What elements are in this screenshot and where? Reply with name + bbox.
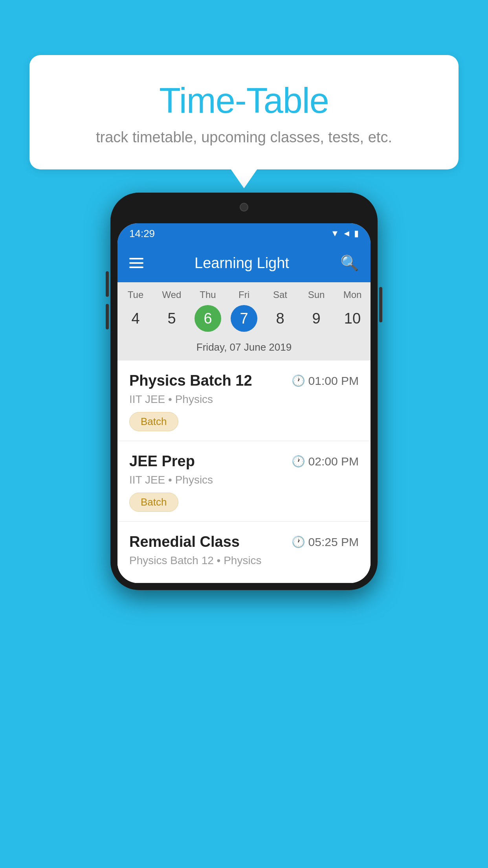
volume-buttons	[106, 271, 109, 329]
phone-camera	[240, 203, 248, 211]
schedule-item-3-subtitle: Physics Batch 12 • Physics	[129, 554, 359, 567]
schedule-item-3[interactable]: Remedial Class 🕐 05:25 PM Physics Batch …	[117, 522, 371, 583]
schedule-item-1-badge: Batch	[129, 412, 178, 431]
weekday-sun[interactable]: Sun 9	[299, 289, 334, 332]
weekday-tue[interactable]: Tue 4	[118, 289, 153, 332]
schedule-item-1-time: 🕐 01:00 PM	[292, 374, 359, 388]
selected-date-label: Friday, 07 June 2019	[117, 336, 371, 360]
schedule-item-2-time: 🕐 02:00 PM	[292, 455, 359, 468]
schedule-item-2[interactable]: JEE Prep 🕐 02:00 PM IIT JEE • Physics Ba…	[117, 441, 371, 522]
schedule-item-1-time-text: 01:00 PM	[308, 374, 359, 388]
weekday-number-fri: 7	[231, 305, 257, 332]
schedule-item-2-header: JEE Prep 🕐 02:00 PM	[129, 453, 359, 470]
weekday-number-tue: 4	[122, 305, 149, 332]
schedule-item-3-time-text: 05:25 PM	[308, 535, 359, 549]
schedule-item-1-subtitle: IIT JEE • Physics	[129, 393, 359, 406]
schedule-item-3-header: Remedial Class 🕐 05:25 PM	[129, 533, 359, 550]
phone-mockup: 14:29 ▼ ◄ ▮ Learning Light 🔍	[110, 193, 378, 590]
bubble-title: Time-Table	[53, 81, 435, 121]
weekday-number-mon: 10	[339, 305, 366, 332]
schedule-item-2-subtitle: IIT JEE • Physics	[129, 474, 359, 486]
weekday-mon[interactable]: Mon 10	[335, 289, 370, 332]
search-icon[interactable]: 🔍	[340, 254, 359, 272]
app-title: Learning Light	[153, 255, 331, 272]
schedule-item-2-time-text: 02:00 PM	[308, 455, 359, 468]
battery-icon: ▮	[354, 228, 359, 239]
app-bar: Learning Light 🔍	[117, 244, 371, 282]
schedule-item-1-header: Physics Batch 12 🕐 01:00 PM	[129, 372, 359, 389]
wifi-icon: ▼	[330, 228, 339, 239]
weekday-label-mon: Mon	[343, 289, 362, 300]
weekday-number-sat: 8	[267, 305, 294, 332]
weekday-number-wed: 5	[158, 305, 185, 332]
weekday-number-thu: 6	[194, 305, 221, 332]
weekday-wed[interactable]: Wed 5	[154, 289, 189, 332]
schedule-item-2-badge: Batch	[129, 493, 178, 512]
weekday-thu[interactable]: Thu 6	[190, 289, 226, 332]
status-icons: ▼ ◄ ▮	[330, 228, 359, 239]
weekday-label-wed: Wed	[162, 289, 182, 300]
weekday-label-sat: Sat	[273, 289, 287, 300]
vol-up-button	[106, 271, 109, 297]
phone-top-bar	[117, 200, 371, 223]
weekday-fri[interactable]: Fri 7	[226, 289, 262, 332]
hamburger-menu-icon[interactable]	[129, 258, 143, 268]
phone-outer: 14:29 ▼ ◄ ▮ Learning Light 🔍	[110, 193, 378, 590]
weekday-label-sun: Sun	[308, 289, 325, 300]
bubble-subtitle: track timetable, upcoming classes, tests…	[53, 129, 435, 146]
schedule-item-3-time: 🕐 05:25 PM	[292, 535, 359, 549]
weekday-label-fri: Fri	[238, 289, 250, 300]
schedule-item-2-title: JEE Prep	[129, 453, 195, 470]
clock-icon-1: 🕐	[292, 374, 305, 387]
weekday-label-thu: Thu	[200, 289, 216, 300]
schedule-list: Physics Batch 12 🕐 01:00 PM IIT JEE • Ph…	[117, 360, 371, 583]
phone-notch	[222, 200, 266, 215]
calendar-header: Tue 4 Wed 5 Thu 6 Fri 7	[117, 282, 371, 360]
clock-icon-3: 🕐	[292, 535, 305, 548]
weekday-number-sun: 9	[303, 305, 330, 332]
vol-down-button	[106, 304, 109, 329]
weekdays-row: Tue 4 Wed 5 Thu 6 Fri 7	[117, 289, 371, 336]
status-time: 14:29	[129, 228, 155, 240]
weekday-label-tue: Tue	[128, 289, 143, 300]
signal-icon: ◄	[342, 228, 351, 239]
speech-bubble: Time-Table track timetable, upcoming cla…	[29, 55, 459, 169]
phone-screen: 14:29 ▼ ◄ ▮ Learning Light 🔍	[117, 223, 371, 583]
schedule-item-1-title: Physics Batch 12	[129, 372, 252, 389]
schedule-item-3-title: Remedial Class	[129, 533, 240, 550]
schedule-item-1[interactable]: Physics Batch 12 🕐 01:00 PM IIT JEE • Ph…	[117, 360, 371, 441]
status-bar: 14:29 ▼ ◄ ▮	[117, 223, 371, 244]
power-button	[379, 287, 382, 322]
clock-icon-2: 🕐	[292, 455, 305, 468]
weekday-sat[interactable]: Sat 8	[262, 289, 298, 332]
speech-bubble-section: Time-Table track timetable, upcoming cla…	[29, 55, 459, 169]
